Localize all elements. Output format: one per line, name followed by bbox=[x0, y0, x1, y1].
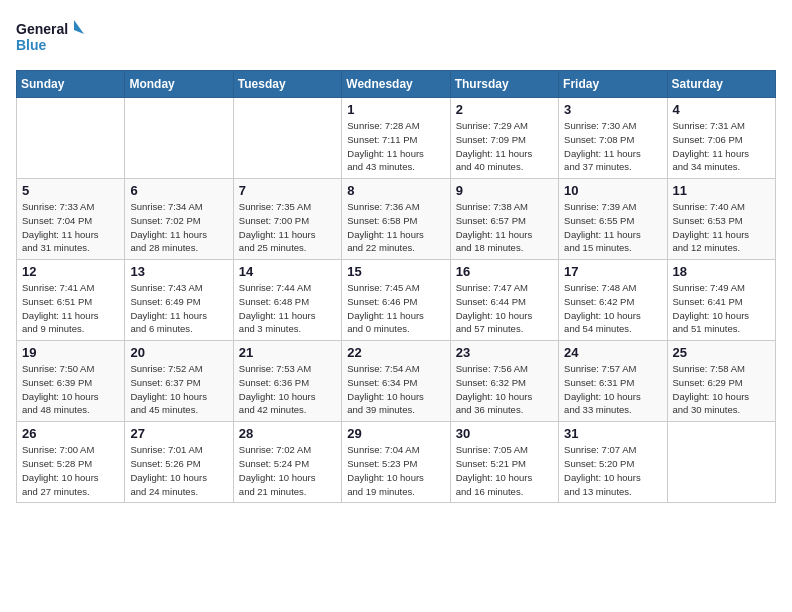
day-number: 31 bbox=[564, 426, 661, 441]
day-number: 11 bbox=[673, 183, 770, 198]
logo: General Blue bbox=[16, 16, 86, 58]
calendar-cell: 5Sunrise: 7:33 AM Sunset: 7:04 PM Daylig… bbox=[17, 179, 125, 260]
calendar-cell: 18Sunrise: 7:49 AM Sunset: 6:41 PM Dayli… bbox=[667, 260, 775, 341]
calendar-cell: 21Sunrise: 7:53 AM Sunset: 6:36 PM Dayli… bbox=[233, 341, 341, 422]
day-info: Sunrise: 7:39 AM Sunset: 6:55 PM Dayligh… bbox=[564, 200, 661, 255]
day-info: Sunrise: 7:54 AM Sunset: 6:34 PM Dayligh… bbox=[347, 362, 444, 417]
day-number: 18 bbox=[673, 264, 770, 279]
calendar-cell bbox=[125, 98, 233, 179]
day-info: Sunrise: 7:49 AM Sunset: 6:41 PM Dayligh… bbox=[673, 281, 770, 336]
day-number: 29 bbox=[347, 426, 444, 441]
calendar-table: SundayMondayTuesdayWednesdayThursdayFrid… bbox=[16, 70, 776, 503]
day-number: 20 bbox=[130, 345, 227, 360]
weekday-header-row: SundayMondayTuesdayWednesdayThursdayFrid… bbox=[17, 71, 776, 98]
day-number: 7 bbox=[239, 183, 336, 198]
calendar-cell: 13Sunrise: 7:43 AM Sunset: 6:49 PM Dayli… bbox=[125, 260, 233, 341]
day-info: Sunrise: 7:01 AM Sunset: 5:26 PM Dayligh… bbox=[130, 443, 227, 498]
day-number: 8 bbox=[347, 183, 444, 198]
day-number: 3 bbox=[564, 102, 661, 117]
day-number: 2 bbox=[456, 102, 553, 117]
calendar-cell: 1Sunrise: 7:28 AM Sunset: 7:11 PM Daylig… bbox=[342, 98, 450, 179]
day-info: Sunrise: 7:57 AM Sunset: 6:31 PM Dayligh… bbox=[564, 362, 661, 417]
calendar-cell: 28Sunrise: 7:02 AM Sunset: 5:24 PM Dayli… bbox=[233, 422, 341, 503]
logo-svg: General Blue bbox=[16, 16, 86, 58]
weekday-tuesday: Tuesday bbox=[233, 71, 341, 98]
day-info: Sunrise: 7:05 AM Sunset: 5:21 PM Dayligh… bbox=[456, 443, 553, 498]
day-number: 4 bbox=[673, 102, 770, 117]
day-number: 6 bbox=[130, 183, 227, 198]
weekday-friday: Friday bbox=[559, 71, 667, 98]
calendar-cell: 20Sunrise: 7:52 AM Sunset: 6:37 PM Dayli… bbox=[125, 341, 233, 422]
day-number: 21 bbox=[239, 345, 336, 360]
calendar-cell: 25Sunrise: 7:58 AM Sunset: 6:29 PM Dayli… bbox=[667, 341, 775, 422]
day-info: Sunrise: 7:47 AM Sunset: 6:44 PM Dayligh… bbox=[456, 281, 553, 336]
day-number: 19 bbox=[22, 345, 119, 360]
weekday-saturday: Saturday bbox=[667, 71, 775, 98]
day-number: 1 bbox=[347, 102, 444, 117]
day-info: Sunrise: 7:31 AM Sunset: 7:06 PM Dayligh… bbox=[673, 119, 770, 174]
svg-text:Blue: Blue bbox=[16, 37, 47, 53]
calendar-cell: 26Sunrise: 7:00 AM Sunset: 5:28 PM Dayli… bbox=[17, 422, 125, 503]
day-info: Sunrise: 7:33 AM Sunset: 7:04 PM Dayligh… bbox=[22, 200, 119, 255]
week-row-5: 26Sunrise: 7:00 AM Sunset: 5:28 PM Dayli… bbox=[17, 422, 776, 503]
day-info: Sunrise: 7:34 AM Sunset: 7:02 PM Dayligh… bbox=[130, 200, 227, 255]
day-number: 26 bbox=[22, 426, 119, 441]
page-header: General Blue bbox=[16, 16, 776, 58]
calendar-cell: 15Sunrise: 7:45 AM Sunset: 6:46 PM Dayli… bbox=[342, 260, 450, 341]
day-number: 10 bbox=[564, 183, 661, 198]
calendar-cell: 22Sunrise: 7:54 AM Sunset: 6:34 PM Dayli… bbox=[342, 341, 450, 422]
day-info: Sunrise: 7:02 AM Sunset: 5:24 PM Dayligh… bbox=[239, 443, 336, 498]
day-number: 9 bbox=[456, 183, 553, 198]
day-number: 16 bbox=[456, 264, 553, 279]
day-number: 14 bbox=[239, 264, 336, 279]
calendar-cell: 3Sunrise: 7:30 AM Sunset: 7:08 PM Daylig… bbox=[559, 98, 667, 179]
calendar-cell bbox=[667, 422, 775, 503]
calendar-cell: 19Sunrise: 7:50 AM Sunset: 6:39 PM Dayli… bbox=[17, 341, 125, 422]
calendar-cell: 9Sunrise: 7:38 AM Sunset: 6:57 PM Daylig… bbox=[450, 179, 558, 260]
calendar-cell: 10Sunrise: 7:39 AM Sunset: 6:55 PM Dayli… bbox=[559, 179, 667, 260]
day-info: Sunrise: 7:58 AM Sunset: 6:29 PM Dayligh… bbox=[673, 362, 770, 417]
day-info: Sunrise: 7:43 AM Sunset: 6:49 PM Dayligh… bbox=[130, 281, 227, 336]
calendar-cell: 4Sunrise: 7:31 AM Sunset: 7:06 PM Daylig… bbox=[667, 98, 775, 179]
day-info: Sunrise: 7:29 AM Sunset: 7:09 PM Dayligh… bbox=[456, 119, 553, 174]
svg-marker-2 bbox=[74, 20, 84, 34]
weekday-wednesday: Wednesday bbox=[342, 71, 450, 98]
day-info: Sunrise: 7:07 AM Sunset: 5:20 PM Dayligh… bbox=[564, 443, 661, 498]
day-info: Sunrise: 7:45 AM Sunset: 6:46 PM Dayligh… bbox=[347, 281, 444, 336]
day-number: 23 bbox=[456, 345, 553, 360]
calendar-body: 1Sunrise: 7:28 AM Sunset: 7:11 PM Daylig… bbox=[17, 98, 776, 503]
day-number: 12 bbox=[22, 264, 119, 279]
week-row-2: 5Sunrise: 7:33 AM Sunset: 7:04 PM Daylig… bbox=[17, 179, 776, 260]
day-info: Sunrise: 7:52 AM Sunset: 6:37 PM Dayligh… bbox=[130, 362, 227, 417]
day-info: Sunrise: 7:40 AM Sunset: 6:53 PM Dayligh… bbox=[673, 200, 770, 255]
calendar-cell: 30Sunrise: 7:05 AM Sunset: 5:21 PM Dayli… bbox=[450, 422, 558, 503]
calendar-cell: 6Sunrise: 7:34 AM Sunset: 7:02 PM Daylig… bbox=[125, 179, 233, 260]
calendar-cell: 17Sunrise: 7:48 AM Sunset: 6:42 PM Dayli… bbox=[559, 260, 667, 341]
day-info: Sunrise: 7:36 AM Sunset: 6:58 PM Dayligh… bbox=[347, 200, 444, 255]
calendar-cell bbox=[17, 98, 125, 179]
calendar-cell: 8Sunrise: 7:36 AM Sunset: 6:58 PM Daylig… bbox=[342, 179, 450, 260]
calendar-cell: 2Sunrise: 7:29 AM Sunset: 7:09 PM Daylig… bbox=[450, 98, 558, 179]
day-number: 5 bbox=[22, 183, 119, 198]
week-row-4: 19Sunrise: 7:50 AM Sunset: 6:39 PM Dayli… bbox=[17, 341, 776, 422]
calendar-cell: 16Sunrise: 7:47 AM Sunset: 6:44 PM Dayli… bbox=[450, 260, 558, 341]
day-info: Sunrise: 7:04 AM Sunset: 5:23 PM Dayligh… bbox=[347, 443, 444, 498]
day-info: Sunrise: 7:50 AM Sunset: 6:39 PM Dayligh… bbox=[22, 362, 119, 417]
calendar-cell: 23Sunrise: 7:56 AM Sunset: 6:32 PM Dayli… bbox=[450, 341, 558, 422]
day-number: 30 bbox=[456, 426, 553, 441]
weekday-monday: Monday bbox=[125, 71, 233, 98]
weekday-sunday: Sunday bbox=[17, 71, 125, 98]
day-info: Sunrise: 7:53 AM Sunset: 6:36 PM Dayligh… bbox=[239, 362, 336, 417]
day-info: Sunrise: 7:56 AM Sunset: 6:32 PM Dayligh… bbox=[456, 362, 553, 417]
day-number: 13 bbox=[130, 264, 227, 279]
calendar-cell: 31Sunrise: 7:07 AM Sunset: 5:20 PM Dayli… bbox=[559, 422, 667, 503]
calendar-cell: 27Sunrise: 7:01 AM Sunset: 5:26 PM Dayli… bbox=[125, 422, 233, 503]
calendar-cell bbox=[233, 98, 341, 179]
day-number: 15 bbox=[347, 264, 444, 279]
svg-text:General: General bbox=[16, 21, 68, 37]
calendar-cell: 12Sunrise: 7:41 AM Sunset: 6:51 PM Dayli… bbox=[17, 260, 125, 341]
calendar-cell: 11Sunrise: 7:40 AM Sunset: 6:53 PM Dayli… bbox=[667, 179, 775, 260]
day-number: 24 bbox=[564, 345, 661, 360]
calendar-cell: 7Sunrise: 7:35 AM Sunset: 7:00 PM Daylig… bbox=[233, 179, 341, 260]
week-row-1: 1Sunrise: 7:28 AM Sunset: 7:11 PM Daylig… bbox=[17, 98, 776, 179]
